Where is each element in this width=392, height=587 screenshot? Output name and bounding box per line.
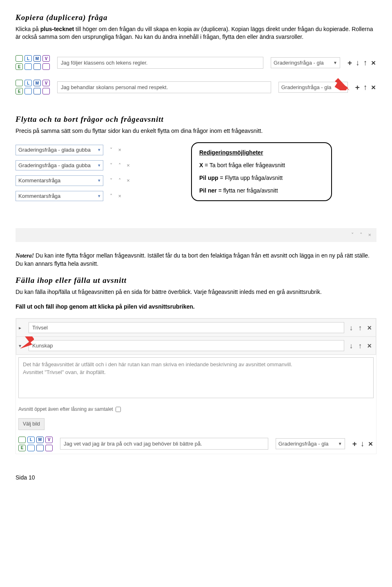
question-row-2: E L M V E L M V Jag behandlar skolans pe… (16, 77, 376, 97)
tag-m-icon[interactable]: M (33, 88, 41, 94)
section-description-input[interactable]: Det här frågeavsnittet är utfällt och i … (18, 357, 374, 398)
type-select[interactable]: Kommentarsfråga▾ (16, 191, 103, 202)
tag-l-icon[interactable]: L (24, 88, 32, 94)
caret-down-icon: ▼ (338, 441, 342, 447)
gray-strip: ˅ ˄ × (16, 228, 376, 242)
tag-v-icon[interactable]: V (42, 88, 50, 94)
heading-copy: Kopiera (duplicera) fråga (16, 12, 376, 23)
select-label: Graderingsfråga - gla (274, 59, 324, 67)
text: Klicka på (16, 26, 40, 32)
choose-image-button[interactable]: Välj bild (18, 418, 45, 430)
text-bold: plus-tecknet (40, 26, 74, 32)
question-row-1: E L M V E L M V Jag följer klassens och … (16, 53, 376, 72)
callout-box: Redigeringsmöjligheter X = Ta bort fråga… (191, 142, 332, 201)
tag-m-icon[interactable]: M (33, 63, 41, 70)
tag-e-icon[interactable]: E (18, 437, 26, 443)
tag-e-icon[interactable]: E (16, 80, 23, 86)
callout-line: Pil upp = Flytta upp fråga/avsnitt (199, 174, 324, 182)
tag-l-icon[interactable]: L (24, 80, 32, 86)
section-title-input[interactable] (29, 340, 344, 351)
tag-l-icon[interactable]: L (24, 55, 32, 62)
row-controls[interactable]: ˄ × (110, 193, 123, 200)
row-controls[interactable]: ˅ × (110, 146, 123, 154)
question-type-select[interactable]: Graderingsfråga - gla ▼ (271, 57, 340, 69)
section-controls[interactable]: ↓ ↑ × (349, 341, 373, 351)
tag-m-icon[interactable]: M (33, 55, 41, 62)
section-header-row: ▸ ↓ ↑ × (16, 318, 376, 337)
paragraph-move: Precis på samma sätt som du flyttar sido… (16, 127, 376, 135)
question-text-input[interactable]: Jag behandlar skolans personal med respe… (57, 81, 271, 94)
tag-m-icon[interactable]: M (36, 437, 44, 443)
select-label: Graderingsfråga - gla (278, 440, 329, 448)
tag-v-icon[interactable]: V (45, 437, 53, 443)
lock-label: Avsnitt öppet även efter låsning av samt… (18, 406, 113, 412)
callout-line: X = Ta bort fråga eller frågeavsnitt (199, 161, 324, 169)
svg-rect-3 (25, 336, 34, 343)
caret-down-icon: ▾ (98, 162, 100, 168)
row-controls[interactable]: ˅ ˄ × (110, 177, 132, 184)
caret-down-icon: ▼ (333, 60, 337, 66)
row-controls[interactable]: ˅ ˄ × (110, 162, 132, 169)
question-type-select[interactable]: Graderingsfråga - gla ▼ (276, 438, 345, 450)
callout-heading: Redigeringsmöjligheter (199, 149, 324, 157)
text: Du kan inte flytta frågor mellan frågeav… (16, 252, 370, 267)
collapse-toggle-icon[interactable]: ▸ (19, 325, 24, 331)
paragraph-copy: Klicka på plus-tecknet till höger om den… (16, 25, 376, 41)
lock-checkbox[interactable] (116, 407, 121, 412)
type-select[interactable]: Graderingsfråga - glada gubba▾ (16, 160, 103, 171)
tag-e-icon[interactable]: E (16, 55, 23, 62)
tag-v-icon[interactable]: V (42, 55, 50, 62)
red-arrow-icon (20, 336, 34, 351)
row-actions[interactable]: + ↑ × (355, 82, 376, 93)
heading-fold: Fälla ihop eller fälla ut avsnitt (16, 275, 376, 286)
heading-move: Flytta och ta bort frågor och frågeavsni… (16, 114, 376, 125)
caret-down-icon: ▾ (98, 147, 100, 153)
notera-label: Notera! (16, 253, 34, 259)
question-text-input[interactable]: Jag följer klassens och lekens regler. (57, 57, 263, 69)
type-select[interactable]: Graderingsfråga - glada gubba▾ (16, 145, 103, 155)
tag-v-icon[interactable]: V (42, 80, 50, 86)
caret-down-icon: ▾ (98, 177, 100, 184)
tag-v-icon[interactable]: V (45, 445, 53, 451)
role-tags: E L M V E L M V (18, 437, 53, 451)
paragraph-fold: Du kan fälla ihop/fälla ut frågeavsnitte… (16, 288, 376, 296)
row-actions[interactable]: + ↓ × (352, 439, 374, 449)
type-select[interactable]: Kommentarsfråga▾ (16, 175, 103, 186)
tag-v-icon[interactable]: V (42, 63, 50, 70)
row-actions[interactable]: + ↓ ↑ × (347, 58, 376, 68)
tag-l-icon[interactable]: L (27, 437, 35, 443)
tag-l-icon[interactable]: L (27, 445, 35, 451)
tag-e-icon[interactable]: E (16, 88, 23, 94)
callout-line: Pil ner = flytta ner fråga/avsnitt (199, 187, 324, 195)
lock-row: Avsnitt öppet även efter låsning av samt… (16, 403, 376, 416)
select-label: Graderingsfråga - gla (281, 84, 332, 91)
section-header-row: ▾ ↓ ↑ × (16, 337, 376, 355)
paragraph-fold-bold: Fäll ut och fäll ihop genom att klicka p… (16, 303, 376, 311)
tag-m-icon[interactable]: M (33, 80, 41, 86)
tag-m-icon[interactable]: M (36, 445, 44, 451)
tag-e-icon[interactable]: E (16, 63, 23, 70)
red-arrow-icon (331, 74, 350, 92)
role-tags: E L M V E L M V (16, 55, 50, 70)
question-text-input[interactable]: Jag vet vad jag är bra på och vad jag be… (60, 438, 268, 450)
section-title-input[interactable] (29, 322, 344, 333)
paragraph-notera: Notera! Du kan inte flytta frågor mellan… (16, 252, 376, 268)
caret-down-icon: ▾ (98, 193, 100, 199)
tag-e-icon[interactable]: E (18, 445, 26, 451)
tag-l-icon[interactable]: L (24, 63, 32, 70)
question-row-bottom: E L M V E L M V Jag vet vad jag är bra p… (16, 434, 376, 454)
role-tags: E L M V E L M V (16, 80, 50, 94)
row-controls[interactable]: ˅ ˄ × (351, 231, 373, 239)
section-controls[interactable]: ↓ ↑ × (349, 323, 373, 333)
page-footer: Sida 10 (16, 474, 376, 482)
